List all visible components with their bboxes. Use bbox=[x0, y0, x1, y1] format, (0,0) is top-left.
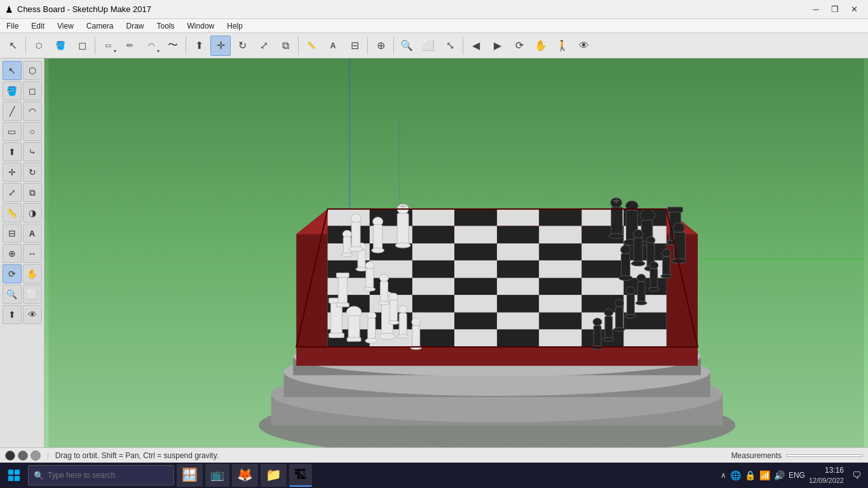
maximize-button[interactable]: ❐ bbox=[826, 3, 844, 17]
previous-view-btn[interactable]: ◀ bbox=[466, 36, 486, 56]
sidebar-move[interactable]: ✛ bbox=[3, 163, 22, 182]
measurements-box[interactable] bbox=[787, 454, 863, 457]
zoom-window-btn[interactable]: ⬜ bbox=[418, 36, 438, 56]
menu-camera[interactable]: Camera bbox=[80, 19, 120, 32]
sidebar-row-11: ⟳ ✋ bbox=[3, 264, 42, 283]
scale-btn[interactable]: ⤢ bbox=[254, 36, 274, 56]
axes-btn[interactable]: ⊕ bbox=[370, 36, 391, 56]
svg-rect-22 bbox=[497, 209, 539, 226]
taskbar-app-explorer[interactable]: 📁 bbox=[261, 464, 287, 487]
sidebar-protractor[interactable]: ◑ bbox=[23, 203, 42, 222]
taskbar-app-store[interactable]: 🪟 bbox=[177, 464, 203, 487]
taskbar-app-firefox[interactable]: 🦊 bbox=[232, 464, 258, 487]
sidebar-section[interactable]: ⊟ bbox=[3, 224, 22, 243]
status-circle-1[interactable] bbox=[5, 451, 15, 461]
look-around-btn[interactable]: 👁 bbox=[574, 36, 594, 56]
sidebar-eraser[interactable]: ◻ bbox=[23, 81, 42, 100]
offset-btn[interactable]: ⧉ bbox=[275, 36, 295, 56]
svg-rect-147 bbox=[634, 238, 642, 262]
svg-rect-153 bbox=[663, 257, 670, 276]
line-btn[interactable]: ✏ bbox=[119, 36, 140, 56]
menu-help[interactable]: Help bbox=[220, 19, 249, 32]
svg-point-104 bbox=[341, 253, 353, 257]
sidebar-walk[interactable]: ⬆ bbox=[3, 305, 22, 324]
sidebar-pushpull[interactable]: ⬆ bbox=[3, 142, 22, 161]
rectangle-btn[interactable]: ▭▾ bbox=[98, 36, 118, 56]
notification-button[interactable]: 🗨 bbox=[848, 466, 865, 484]
sidebar-zoomwindow[interactable]: ⬜ bbox=[23, 285, 42, 304]
menu-file[interactable]: File bbox=[0, 19, 25, 32]
system-tray-expand[interactable]: ∧ bbox=[721, 471, 726, 480]
sidebar-zoom[interactable]: 🔍 bbox=[3, 285, 22, 304]
sidebar-paint[interactable]: 🪣 bbox=[3, 81, 22, 100]
svg-point-152 bbox=[662, 249, 671, 257]
clock[interactable]: 13:16 12/09/2022 bbox=[809, 466, 844, 485]
menu-view[interactable]: View bbox=[51, 19, 80, 32]
sidebar-tape[interactable]: 📏 bbox=[3, 203, 22, 222]
select-btn[interactable]: ↖ bbox=[3, 36, 23, 56]
menu-draw[interactable]: Draw bbox=[120, 19, 151, 32]
sidebar-followme[interactable]: ⤷ bbox=[23, 142, 42, 161]
minimize-button[interactable]: ─ bbox=[807, 3, 825, 17]
taskbar-app-sketchup[interactable]: 🏗 bbox=[289, 464, 312, 487]
menu-tools[interactable]: Tools bbox=[151, 19, 181, 32]
sidebar-select[interactable]: ↖ bbox=[3, 61, 22, 80]
volume-icon[interactable]: 🔊 bbox=[774, 470, 785, 480]
taskbar-app-tv[interactable]: 📺 bbox=[205, 464, 229, 487]
walk-btn[interactable]: 🚶 bbox=[552, 36, 573, 56]
sidebar-rect[interactable]: ▭ bbox=[3, 122, 22, 141]
push-pull-btn[interactable]: ⬆ bbox=[189, 36, 209, 56]
move-btn[interactable]: ✛ bbox=[210, 36, 231, 56]
sidebar-axes[interactable]: ⊕ bbox=[3, 244, 22, 263]
make-component-btn[interactable]: ⬡ bbox=[29, 36, 49, 56]
svg-point-170 bbox=[593, 318, 602, 326]
search-bar[interactable]: 🔍 bbox=[28, 465, 174, 485]
canvas-viewport[interactable] bbox=[44, 58, 868, 447]
pan-btn[interactable]: ✋ bbox=[531, 36, 551, 56]
eraser-btn[interactable]: ◻ bbox=[72, 36, 92, 56]
menu-window[interactable]: Window bbox=[181, 19, 221, 32]
arc-btn[interactable]: ◠▾ bbox=[141, 36, 161, 56]
svg-rect-180 bbox=[15, 476, 20, 481]
menu-edit[interactable]: Edit bbox=[25, 19, 51, 32]
freehand-btn[interactable]: 〜 bbox=[163, 36, 183, 56]
viewport[interactable] bbox=[44, 58, 868, 447]
next-view-btn[interactable]: ▶ bbox=[487, 36, 508, 56]
sidebar-rotate[interactable]: ↻ bbox=[23, 163, 42, 182]
tape-measure-btn[interactable]: 📏 bbox=[301, 36, 322, 56]
status-separator: | bbox=[47, 452, 49, 459]
zoom-btn[interactable]: 🔍 bbox=[397, 36, 417, 56]
status-circle-2[interactable] bbox=[18, 451, 28, 461]
status-circle-3[interactable] bbox=[31, 451, 41, 461]
network-icon[interactable]: 🌐 bbox=[730, 470, 741, 480]
start-button[interactable] bbox=[3, 464, 25, 487]
svg-rect-44 bbox=[412, 261, 454, 278]
sidebar-dimension[interactable]: ↔ bbox=[23, 244, 42, 263]
rotate-btn[interactable]: ↻ bbox=[232, 36, 252, 56]
sidebar-component[interactable]: ⬡ bbox=[23, 61, 42, 80]
vpn-icon[interactable]: 🔒 bbox=[745, 470, 756, 480]
sidebar-look[interactable]: 👁 bbox=[23, 305, 42, 324]
paint-bucket-btn[interactable]: 🪣 bbox=[50, 36, 71, 56]
language-indicator[interactable]: ENG bbox=[789, 471, 805, 480]
section-plane-btn[interactable]: ⊟ bbox=[344, 36, 365, 56]
close-button[interactable]: ✕ bbox=[845, 3, 863, 17]
sidebar-pan[interactable]: ✋ bbox=[23, 264, 42, 283]
search-input[interactable] bbox=[48, 471, 168, 480]
svg-rect-130 bbox=[668, 207, 683, 212]
sidebar-text[interactable]: A bbox=[23, 224, 42, 243]
svg-rect-54 bbox=[497, 278, 539, 295]
sidebar-offset[interactable]: ⧉ bbox=[23, 183, 42, 202]
sidebar-orbit[interactable]: ⟳ bbox=[3, 264, 22, 283]
sidebar-scale[interactable]: ⤢ bbox=[3, 183, 22, 202]
svg-rect-150 bbox=[621, 254, 630, 278]
sidebar-circle[interactable]: ○ bbox=[23, 122, 42, 141]
svg-rect-61 bbox=[454, 295, 497, 313]
3d-text-btn[interactable]: A bbox=[323, 36, 343, 56]
wifi-icon[interactable]: 📶 bbox=[759, 470, 770, 480]
svg-point-166 bbox=[614, 327, 625, 331]
orbit-btn[interactable]: ⟳ bbox=[509, 36, 529, 56]
sidebar-line[interactable]: ╱ bbox=[3, 102, 22, 121]
sidebar-arc[interactable]: ◠ bbox=[23, 102, 42, 121]
zoom-extents-btn[interactable]: ⤡ bbox=[440, 36, 460, 56]
